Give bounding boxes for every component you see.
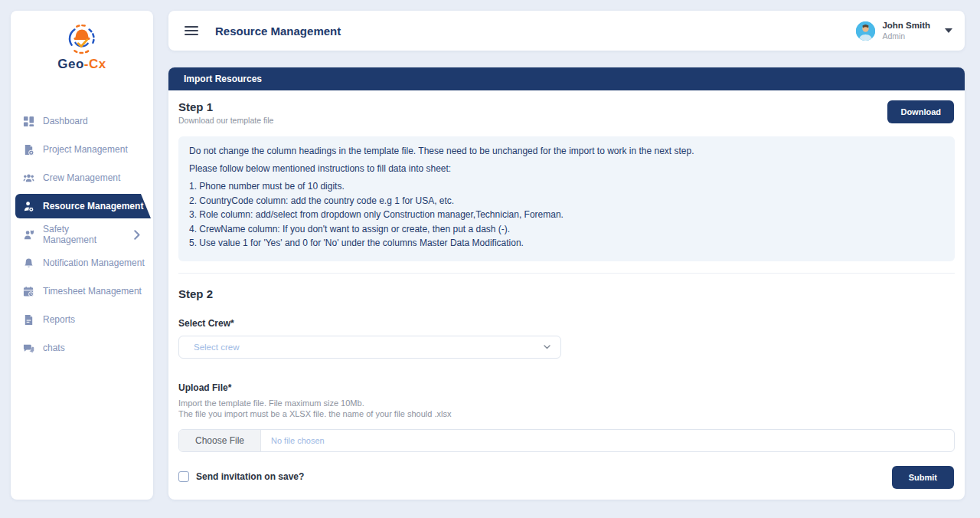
user-name: John Smith <box>882 21 930 31</box>
step2-title: Step 2 <box>178 287 955 300</box>
panel-title: Import Resources <box>184 74 262 84</box>
sidebar-item-chats[interactable]: chats <box>11 336 153 360</box>
submit-button[interactable]: Submit <box>892 466 954 489</box>
sidebar-item-label: Safety Management <box>43 224 122 245</box>
sidebar-item-label: chats <box>43 343 65 353</box>
file-upload-input[interactable]: Choose File No file chosen <box>178 429 955 452</box>
panel-header: Import Resources <box>168 67 965 90</box>
hamburger-menu-icon[interactable] <box>185 26 198 35</box>
step1-header-row: Step 1 Download our template file Downlo… <box>168 90 965 125</box>
upload-hint-1: Import the template file. File maximum s… <box>178 398 955 409</box>
note-subheading: Please follow below mentioned instructio… <box>189 163 942 174</box>
sidebar-item-notification-management[interactable]: Notification Management <box>11 251 153 275</box>
import-resources-panel: Import Resources Step 1 Download our tem… <box>168 67 965 500</box>
send-invitation-checkbox[interactable] <box>178 471 189 482</box>
chevron-down-icon <box>945 28 952 33</box>
sidebar-item-label: Timesheet Management <box>43 286 142 297</box>
page-title: Resource Management <box>215 25 341 38</box>
sidebar-item-label: Notification Management <box>43 257 145 268</box>
bell-icon <box>23 257 34 269</box>
select-crew-label: Select Crew* <box>178 318 955 329</box>
user-info: John Smith Admin <box>882 21 930 40</box>
download-button[interactable]: Download <box>887 100 954 123</box>
timesheet-calendar-clock-icon <box>23 286 34 297</box>
sidebar-item-label: Resource Management <box>43 201 143 211</box>
step1-title: Step 1 <box>178 100 273 113</box>
sidebar-item-label: Dashboard <box>43 116 88 126</box>
instruction-item: 5. Use value 1 for 'Yes' and 0 for 'No' … <box>189 236 942 251</box>
chevron-down-icon <box>543 343 551 351</box>
sidebar-item-resource-management[interactable]: Resource Management <box>15 194 151 218</box>
step1-subtitle: Download our template file <box>178 116 273 125</box>
user-menu[interactable]: John Smith Admin <box>856 21 952 40</box>
geo-cx-logo-icon <box>64 21 100 56</box>
instruction-item: 2. CountryCode column: add the country c… <box>189 194 942 208</box>
chats-icon <box>23 343 34 354</box>
sidebar-item-project-management[interactable]: Project Management <box>11 137 153 162</box>
instruction-item: 4. CrewName column: If you don't want to… <box>189 222 942 237</box>
dashboard-icon <box>23 116 34 127</box>
no-file-chosen-text: No file chosen <box>271 436 325 445</box>
send-invitation-row: Send invitation on save? <box>178 471 955 482</box>
instruction-list: 1. Phone number must be of 10 digits. 2.… <box>189 179 942 251</box>
instruction-item: 1. Phone number must be of 10 digits. <box>189 179 942 194</box>
safety-person-shield-icon <box>23 229 34 241</box>
project-document-gear-icon <box>23 144 34 156</box>
sidebar-item-label: Reports <box>43 314 75 325</box>
sidebar-menu: Dashboard Project Management Crew Manage… <box>11 109 153 360</box>
select-crew-placeholder: Select crew <box>194 343 239 352</box>
crew-people-icon <box>23 172 34 184</box>
send-invitation-label: Send invitation on save? <box>196 471 304 482</box>
report-document-icon <box>23 314 34 326</box>
top-header: Resource Management John Smith Admin <box>168 11 965 51</box>
choose-file-button[interactable]: Choose File <box>179 430 261 451</box>
user-role: Admin <box>882 31 930 41</box>
sidebar-item-dashboard[interactable]: Dashboard <box>11 109 153 133</box>
sidebar-item-label: Project Management <box>43 144 128 155</box>
sidebar-item-label: Crew Management <box>43 172 120 183</box>
sidebar: Geo-Cx Dashboard Project Management <box>11 11 153 500</box>
resource-person-gear-icon <box>23 201 34 212</box>
avatar <box>856 21 875 41</box>
upload-hint-2: The file you import must be a XLSX file.… <box>178 408 955 420</box>
sidebar-item-safety-management[interactable]: Safety Management <box>11 222 153 247</box>
instructions-note: Do not change the column headings in the… <box>178 136 955 261</box>
note-heading: Do not change the column headings in the… <box>189 146 942 156</box>
sidebar-item-reports[interactable]: Reports <box>11 307 153 332</box>
sidebar-item-crew-management[interactable]: Crew Management <box>11 166 153 190</box>
sidebar-item-timesheet-management[interactable]: Timesheet Management <box>11 279 153 303</box>
instruction-item: 3. Role column: add/select from dropdown… <box>189 208 942 222</box>
step2-section: Step 2 Select Crew* Select crew Upload F… <box>168 274 965 482</box>
brand-name: Geo-Cx <box>57 57 106 72</box>
upload-file-label: Upload File* <box>178 382 955 393</box>
brand-logo: Geo-Cx <box>11 11 153 72</box>
chevron-right-icon <box>131 229 142 241</box>
select-crew-dropdown[interactable]: Select crew <box>178 336 561 359</box>
